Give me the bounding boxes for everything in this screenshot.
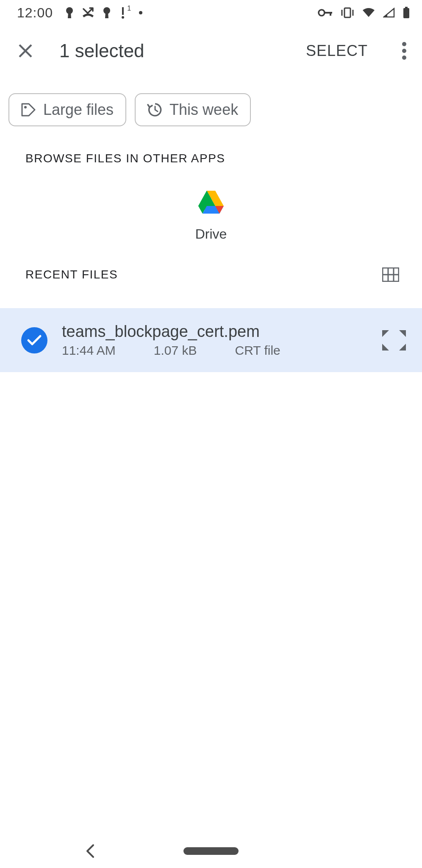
battery-icon <box>403 7 410 19</box>
back-icon[interactable] <box>85 843 96 859</box>
file-name: teams_blockpage_cert.pem <box>62 323 367 341</box>
file-size: 1.07 kB <box>154 343 197 358</box>
tag-icon <box>19 101 36 118</box>
app-label: Drive <box>195 226 227 242</box>
selected-check-icon[interactable] <box>21 327 47 353</box>
select-button[interactable]: SELECT <box>306 42 368 60</box>
drive-icon <box>197 190 225 214</box>
wifi-icon <box>362 8 375 18</box>
missed-call-icon <box>82 7 94 18</box>
svg-point-3 <box>122 16 124 19</box>
svg-rect-7 <box>330 12 331 16</box>
chip-large-files[interactable]: Large files <box>8 93 126 126</box>
file-time: 11:44 AM <box>62 343 116 358</box>
chip-label: This week <box>169 101 238 119</box>
app-bar: 1 selected SELECT <box>0 25 422 76</box>
section-browse-other-apps: BROWSE FILES IN OTHER APPS <box>0 143 422 177</box>
more-vert-icon[interactable] <box>395 42 414 60</box>
svg-point-15 <box>402 42 406 46</box>
file-type: CRT file <box>235 343 280 358</box>
signal-icon <box>383 8 395 18</box>
clock: 12:00 <box>17 5 53 21</box>
file-meta: 11:44 AM 1.07 kB CRT file <box>62 343 367 358</box>
recent-files-header: RECENT FILES <box>0 267 422 292</box>
history-icon <box>146 101 163 118</box>
svg-point-18 <box>24 106 27 108</box>
dot-icon <box>139 11 143 15</box>
vpn-key-icon <box>318 8 333 17</box>
status-right <box>318 7 410 19</box>
grid-view-icon[interactable] <box>382 267 399 282</box>
filter-chips: Large files This week <box>0 76 422 143</box>
status-bar: 12:00 1 <box>0 0 422 25</box>
section-recent-files: RECENT FILES <box>25 268 118 281</box>
svg-rect-11 <box>405 7 408 8</box>
expand-icon[interactable] <box>381 329 407 351</box>
chip-this-week[interactable]: This week <box>135 93 251 126</box>
status-left: 12:00 1 <box>17 5 143 21</box>
system-nav-bar <box>0 834 422 868</box>
other-apps-row: Drive <box>0 177 422 267</box>
close-icon[interactable] <box>17 42 34 59</box>
app-bar-title: 1 selected <box>59 40 289 61</box>
svg-point-16 <box>402 49 406 53</box>
chip-label: Large files <box>43 101 114 119</box>
home-pill[interactable] <box>183 847 239 855</box>
keyhole-icon <box>65 6 74 19</box>
file-row[interactable]: teams_blockpage_cert.pem 11:44 AM 1.07 k… <box>0 308 422 372</box>
svg-point-5 <box>319 10 325 16</box>
keyhole-icon <box>102 6 111 19</box>
priority-icon: 1 <box>119 6 127 19</box>
vibrate-icon <box>341 7 354 18</box>
svg-point-17 <box>402 56 406 60</box>
svg-rect-12 <box>403 8 409 18</box>
svg-point-4 <box>139 11 142 14</box>
svg-rect-8 <box>344 8 350 17</box>
svg-rect-2 <box>122 7 124 15</box>
app-tile-drive[interactable]: Drive <box>195 190 227 242</box>
file-info: teams_blockpage_cert.pem 11:44 AM 1.07 k… <box>62 323 367 358</box>
